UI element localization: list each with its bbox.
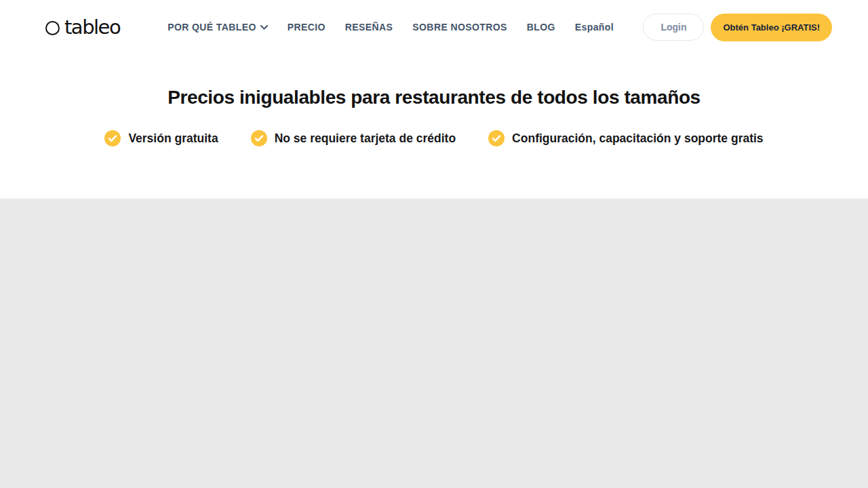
nav-item-label: BLOG: [527, 22, 555, 33]
language-label: Español: [575, 22, 614, 33]
nav-item-por-que-tableo[interactable]: POR QUÉ TABLEO: [167, 22, 268, 33]
pricing-hero: Precios inigualables para restaurantes d…: [0, 54, 868, 199]
benefit-label: Versión gratuita: [128, 131, 218, 146]
check-circle-icon: [488, 130, 505, 146]
brand-name: tableo: [64, 16, 120, 39]
nav-item-resenas[interactable]: RESEÑAS: [345, 22, 393, 33]
nav-item-label: RESEÑAS: [345, 22, 393, 33]
nav-item-label: PRECIO: [288, 22, 326, 33]
benefits-row: Versión gratuita No se requiere tarjeta …: [0, 130, 868, 146]
page-title: Precios inigualables para restaurantes d…: [0, 87, 868, 108]
check-circle-icon: [251, 130, 267, 146]
nav-item-label: SOBRE NOSOTROS: [412, 22, 507, 33]
nav-item-label: POR QUÉ TABLEO: [167, 22, 256, 33]
check-circle-icon: [104, 130, 121, 146]
content-placeholder-section: [0, 199, 868, 488]
nav-item-precio[interactable]: PRECIO: [288, 22, 326, 33]
benefit-free-version: Versión gratuita: [104, 130, 218, 146]
chevron-down-icon: [260, 25, 268, 30]
brand-logo[interactable]: tableo: [45, 16, 120, 39]
benefit-label: No se requiere tarjeta de crédito: [275, 131, 456, 146]
site-header: tableo POR QUÉ TABLEO PRECIO RESEÑAS SOB…: [0, 0, 868, 54]
benefit-no-credit-card: No se requiere tarjeta de crédito: [251, 130, 456, 146]
header-actions: Login Obtén Tableo ¡GRATIS!: [643, 14, 832, 41]
language-selector[interactable]: Español: [575, 22, 614, 33]
benefit-label: Configuración, capacitación y soporte gr…: [512, 131, 764, 146]
logo-ring-icon: [45, 21, 60, 35]
benefit-free-setup-support: Configuración, capacitación y soporte gr…: [488, 130, 764, 146]
nav-item-sobre-nosotros[interactable]: SOBRE NOSOTROS: [412, 22, 507, 33]
nav-item-blog[interactable]: BLOG: [527, 22, 555, 33]
main-nav: POR QUÉ TABLEO PRECIO RESEÑAS SOBRE NOSO…: [167, 22, 614, 33]
get-tableo-free-button[interactable]: Obtén Tableo ¡GRATIS!: [711, 14, 832, 41]
login-button[interactable]: Login: [643, 14, 704, 41]
